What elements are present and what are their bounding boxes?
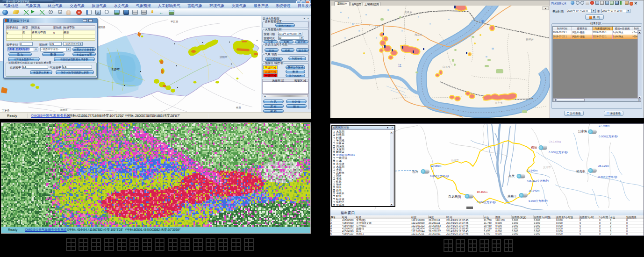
svg-text:12.980m: 12.980m [430, 164, 441, 167]
svg-text:汪家集: 汪家集 [578, 129, 587, 133]
svg-text:鸟龙庙(II): 鸟龙庙(II) [448, 195, 461, 199]
svg-text:0.000立方米/秒: 0.000立方米/秒 [529, 199, 548, 203]
svg-text:柏克中: 柏克中 [576, 170, 586, 173]
svg-text:Gs.1a0bg: Gs.1a0bg [549, 140, 561, 143]
svg-text:0.000立方米/秒: 0.000立方米/秒 [549, 150, 568, 154]
svg-text:先锋乡: 先锋乡 [404, 11, 412, 14]
svg-text:仙桃市: 仙桃市 [451, 159, 459, 162]
svg-text:长沙市: 长沙市 [111, 67, 120, 71]
svg-text:江: 江 [398, 64, 401, 67]
svg-text:容冲: 容冲 [412, 170, 418, 174]
svg-text:石亭乡: 石亭乡 [495, 101, 503, 105]
svg-text:0.000立方米/秒: 0.000立方米/秒 [599, 135, 618, 138]
svg-text:0.000立方米/秒: 0.000立方米/秒 [598, 175, 617, 179]
svg-text:湘潭市: 湘潭市 [60, 108, 68, 112]
svg-text:0.006立方米/秒: 0.006立方米/秒 [477, 200, 496, 204]
svg-text:高关: 高关 [508, 174, 515, 178]
svg-text:16.340m: 16.340m [529, 189, 539, 192]
svg-text:▼: ▼ [544, 7, 547, 10]
svg-text:436.312立方米/秒: 436.312立方米/秒 [527, 179, 549, 183]
svg-text:18.460m: 18.460m [477, 191, 487, 193]
svg-text:汉川市: 汉川市 [543, 166, 551, 169]
svg-text:湘: 湘 [481, 20, 484, 23]
svg-text:攸县: 攸县 [236, 106, 242, 109]
svg-text:杨林乡: 杨林乡 [525, 38, 534, 41]
svg-text:浏阳市: 浏阳市 [219, 56, 228, 59]
svg-text:26.126m: 26.126m [598, 164, 609, 167]
svg-text:平江县: 平江县 [171, 20, 179, 23]
svg-text:康裕口: 康裕口 [508, 194, 517, 198]
svg-text:21.549m: 21.549m [527, 169, 537, 172]
svg-text:白石乡: 白石乡 [443, 65, 451, 69]
svg-text:宁乡县: 宁乡县 [2, 109, 10, 112]
svg-text:梅花乡: 梅花乡 [414, 33, 422, 36]
svg-text:湘阴县: 湘阴县 [98, 26, 106, 29]
svg-text:0.000立方米/秒: 0.000立方米/秒 [430, 174, 449, 178]
svg-text:梅坛: 梅坛 [530, 146, 537, 150]
svg-text:27.798m: 27.798m [599, 124, 609, 127]
